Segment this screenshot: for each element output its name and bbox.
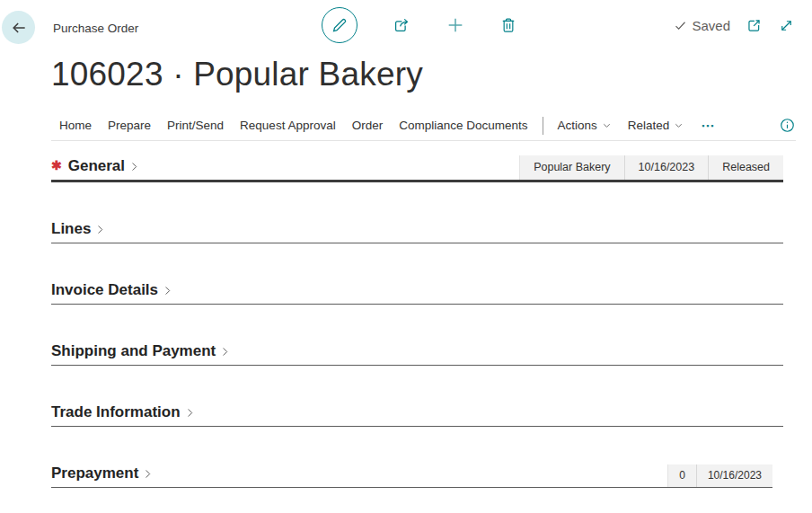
section-trade-information: Trade Information (51, 403, 783, 427)
chevron-right-icon (128, 160, 141, 173)
plus-icon (446, 15, 465, 35)
arrow-left-icon (10, 19, 28, 37)
chevron-right-icon (161, 284, 174, 297)
section-label: Shipping and Payment (51, 342, 216, 360)
pencil-icon (330, 15, 349, 35)
menu-item-print-send[interactable]: Print/Send (159, 111, 232, 140)
share-icon (392, 15, 411, 35)
section-lines: Lines (51, 220, 783, 243)
menu-dropdown-actions[interactable]: Actions (550, 111, 620, 140)
window-controls: Saved (674, 0, 795, 50)
page-caption: Purchase Order (53, 22, 138, 35)
badge-status[interactable]: Released (708, 155, 783, 180)
section-lines-header[interactable]: Lines (51, 220, 107, 243)
menu-dropdown-related-label: Related (628, 119, 670, 132)
chevron-right-icon (93, 223, 107, 236)
diagonal-resize-icon (778, 17, 795, 34)
popout-icon (746, 17, 763, 34)
chevron-right-icon (218, 345, 232, 358)
section-trade-information-header[interactable]: Trade Information (51, 403, 197, 426)
badge-prepayment-percent[interactable]: 0 (667, 464, 696, 487)
section-prepayment: Prepayment 0 10/16/2023 (51, 464, 772, 488)
chevron-right-icon (183, 406, 197, 420)
more-options-button[interactable]: ⋯ (692, 118, 725, 134)
menu-item-home[interactable]: Home (51, 111, 100, 140)
section-label: Trade Information (51, 403, 181, 421)
badge-document-date[interactable]: 10/16/2023 (624, 155, 709, 180)
section-general-header[interactable]: ✱ General (51, 157, 141, 180)
edit-button[interactable] (322, 7, 357, 43)
save-status-label: Saved (692, 18, 730, 33)
new-document-button[interactable] (446, 15, 465, 35)
section-general-summary: Popular Bakery 10/16/2023 Released (519, 155, 783, 180)
badge-prepayment-due-date[interactable]: 10/16/2023 (696, 464, 772, 487)
section-label: Prepayment (51, 464, 138, 482)
section-prepayment-header[interactable]: Prepayment (51, 464, 154, 487)
trash-icon (499, 16, 517, 34)
chevron-right-icon (141, 467, 154, 481)
section-label: General (68, 157, 125, 175)
fasttab-sections: ✱ General Popular Bakery 10/16/2023 Rele… (51, 155, 783, 488)
checkmark-icon (674, 19, 687, 32)
section-shipping-and-payment-header[interactable]: Shipping and Payment (51, 342, 232, 365)
menu-dropdown-actions-label: Actions (558, 119, 597, 132)
open-in-new-window-button[interactable] (746, 17, 763, 34)
menu-dropdown-related[interactable]: Related (620, 111, 693, 140)
menu-divider (543, 117, 543, 135)
expand-page-button[interactable] (778, 17, 795, 34)
section-label: Lines (51, 220, 91, 238)
section-invoice-details: Invoice Details (51, 281, 783, 305)
menu-item-request-approval[interactable]: Request Approval (232, 111, 344, 140)
share-button[interactable] (392, 15, 411, 35)
action-menu-bar: Home Prepare Print/Send Request Approval… (51, 111, 796, 141)
menu-item-prepare[interactable]: Prepare (100, 111, 159, 140)
badge-vendor-name[interactable]: Popular Bakery (519, 155, 623, 180)
section-prepayment-summary: 0 10/16/2023 (667, 464, 772, 487)
section-invoice-details-header[interactable]: Invoice Details (51, 281, 174, 304)
section-shipping-and-payment: Shipping and Payment (51, 342, 783, 366)
top-command-bar: Purchase Order (0, 0, 812, 50)
save-status: Saved (674, 18, 730, 33)
record-action-icons (322, 0, 517, 50)
page-title: 106023 · Popular Bakery (51, 54, 812, 95)
required-asterisk-icon: ✱ (51, 158, 62, 172)
back-button[interactable] (2, 11, 35, 44)
section-general: ✱ General Popular Bakery 10/16/2023 Rele… (51, 155, 783, 182)
menu-item-order[interactable]: Order (344, 111, 392, 140)
chevron-down-icon (602, 120, 612, 130)
chevron-down-icon (674, 120, 684, 130)
info-pane-button[interactable] (779, 117, 796, 134)
info-circle-icon (779, 117, 796, 134)
menu-item-compliance-documents[interactable]: Compliance Documents (391, 111, 535, 140)
delete-button[interactable] (499, 16, 517, 34)
section-label: Invoice Details (51, 281, 158, 299)
